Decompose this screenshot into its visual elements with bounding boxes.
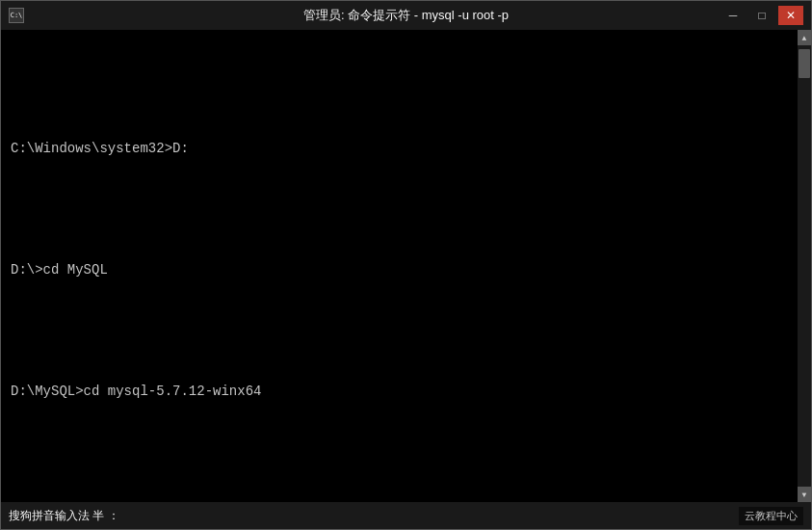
- title-bar-left: C:\: [9, 8, 24, 23]
- close-button[interactable]: ✕: [778, 6, 803, 25]
- maximize-button[interactable]: □: [749, 6, 774, 25]
- terminal-line-1: [11, 78, 788, 98]
- ime-status: 搜狗拼音输入法 半 ：: [9, 508, 119, 524]
- scroll-up-button[interactable]: ▲: [798, 30, 811, 45]
- window-title: 管理员: 命令提示符 - mysql -u root -p: [303, 7, 509, 24]
- terminal-content[interactable]: C:\Windows\system32>D: D:\>cd MySQL D:\M…: [1, 30, 798, 502]
- window: C:\ 管理员: 命令提示符 - mysql -u root -p ─ □ ✕ …: [0, 0, 812, 530]
- title-buttons: ─ □ ✕: [720, 6, 803, 25]
- watermark-area: 云教程中心: [739, 507, 803, 525]
- terminal-area: C:\Windows\system32>D: D:\>cd MySQL D:\M…: [1, 30, 811, 502]
- terminal-line-2: C:\Windows\system32>D:: [11, 139, 788, 159]
- minimize-button[interactable]: ─: [720, 6, 746, 25]
- terminal-line-4: D:\>cd MySQL: [11, 260, 788, 280]
- bottom-bar: 搜狗拼音输入法 半 ： 云教程中心: [1, 502, 811, 529]
- scrollbar-thumb[interactable]: [799, 49, 810, 78]
- cmd-icon: C:\: [9, 8, 24, 23]
- watermark-text: 云教程中心: [739, 507, 803, 525]
- terminal-line-3: [11, 199, 788, 220]
- scrollbar-track[interactable]: [798, 45, 811, 487]
- scrollbar: ▲ ▼: [798, 30, 811, 502]
- terminal-line-5: [11, 321, 788, 341]
- title-bar: C:\ 管理员: 命令提示符 - mysql -u root -p ─ □ ✕: [1, 1, 811, 30]
- terminal-line-6: D:\MySQL>cd mysql-5.7.12-winx64: [11, 382, 788, 402]
- terminal-line-7: [11, 442, 788, 463]
- scroll-down-button[interactable]: ▼: [798, 487, 811, 502]
